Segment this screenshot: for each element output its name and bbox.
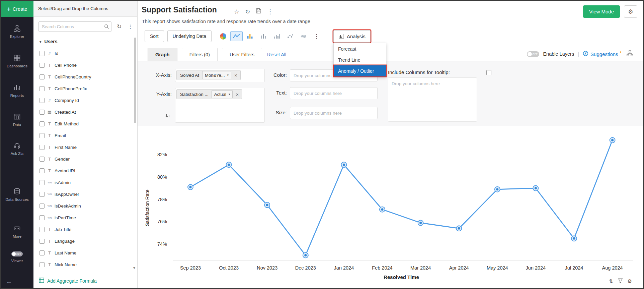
x-axis-chip[interactable]: Solved At Mon&Ye... ▾ × [176, 70, 241, 80]
column-item[interactable]: TEdit Method [33, 118, 133, 130]
sidebar-item-viewer[interactable]: OFF Viewer [1, 251, 33, 263]
column-item[interactable]: TCellPhoneCountry [33, 71, 133, 83]
table-group-users[interactable]: ▾ Users [39, 39, 57, 44]
bar-chart-icon[interactable] [244, 31, 256, 41]
add-aggregate-formula-link[interactable]: Add Aggregate Formula [47, 278, 97, 284]
menu-item-anomaly-outlier[interactable]: Anomaly / Outlier [334, 65, 386, 76]
sidebar-item-dashboards[interactable]: Dashboards [1, 54, 33, 68]
size-dropzone[interactable] [290, 107, 378, 119]
column-item[interactable]: Y/NisPartTime [33, 212, 133, 224]
sidebar-item-reports[interactable]: Reports [1, 84, 33, 98]
search-input[interactable] [39, 22, 111, 32]
report-menu-icon[interactable]: ⋮ [267, 8, 273, 15]
reset-all-link[interactable]: Reset All [267, 48, 286, 61]
column-checkbox[interactable] [39, 63, 45, 68]
enable-layers-toggle[interactable]: OFF [527, 51, 539, 57]
scroll-down-icon[interactable]: ▾ [133, 266, 135, 270]
save-icon[interactable] [256, 8, 261, 15]
column-item[interactable]: TFirst Name [33, 141, 133, 153]
column-checkbox[interactable] [39, 180, 45, 185]
column-checkbox[interactable] [39, 98, 45, 103]
menu-item-forecast[interactable]: Forecast [334, 43, 386, 54]
suggestions-button[interactable]: Suggestions ✦ [583, 51, 623, 58]
column-checkbox[interactable] [39, 239, 45, 244]
column-item[interactable]: Y/NisAppOwner [33, 188, 133, 200]
column-item[interactable]: TGender [33, 153, 133, 165]
column-item[interactable]: TAvatarURL [33, 165, 133, 177]
tooltip-dropzone[interactable]: Drop your columns here [388, 77, 477, 122]
columns-menu-icon[interactable]: ⋮ [128, 23, 133, 30]
tab-graph[interactable]: Graph [148, 48, 177, 61]
column-checkbox[interactable] [39, 250, 45, 255]
column-checkbox[interactable] [39, 157, 45, 162]
columns-scrollbar[interactable] [134, 38, 136, 123]
stacked-bar-chart-icon[interactable] [257, 31, 269, 41]
column-checkbox[interactable] [39, 168, 45, 173]
map-chart-icon[interactable] [297, 31, 310, 41]
sidebar-item-more[interactable]: More [1, 225, 33, 239]
collapse-sidebar-icon[interactable]: ← [6, 278, 12, 285]
axis-settings-icon[interactable] [164, 113, 170, 119]
remove-x-axis-icon[interactable]: × [231, 72, 240, 78]
x-axis-dropzone[interactable]: Solved At Mon&Ye... ▾ × [175, 69, 265, 82]
column-item[interactable]: TLanguage [33, 235, 133, 247]
tooltip-checkbox[interactable] [486, 70, 491, 75]
grouped-bar-chart-icon[interactable] [270, 31, 283, 41]
y-axis-aggregate-select[interactable]: Actual ▾ [212, 90, 233, 98]
column-item[interactable]: Y/NisAdmin [33, 177, 133, 188]
create-button[interactable]: + Create [1, 1, 33, 17]
y-axis-chip[interactable]: Satisfaction ... Actual ▾ × [176, 89, 242, 99]
column-item[interactable]: TJob Title [33, 224, 133, 235]
column-checkbox[interactable] [39, 121, 45, 126]
favorite-star-icon[interactable]: ☆ [234, 8, 239, 15]
column-item[interactable]: ▦Created At [33, 106, 133, 118]
line-chart-icon[interactable] [230, 31, 243, 41]
column-item[interactable]: #Company Id [33, 95, 133, 106]
sidebar-item-data-sources[interactable]: Data Sources [1, 188, 33, 202]
sort-data-icon[interactable]: ⇅ [609, 278, 613, 284]
column-item[interactable]: TCell Phone [33, 59, 133, 71]
column-checkbox[interactable] [39, 204, 45, 209]
sort-button[interactable]: Sort [145, 30, 164, 42]
column-checkbox[interactable] [39, 74, 45, 79]
refresh-columns-icon[interactable]: ↻ [117, 23, 122, 30]
more-chart-types-icon[interactable]: ⋮ [314, 33, 319, 40]
column-item[interactable]: TEmail [33, 130, 133, 141]
sidebar-item-data[interactable]: Data [1, 113, 33, 127]
underlying-data-button[interactable]: Underlying Data [167, 30, 212, 42]
column-checkbox[interactable] [39, 133, 45, 138]
viewer-toggle[interactable]: OFF [11, 251, 23, 256]
data-point-center [611, 139, 614, 141]
column-item[interactable]: #Id [33, 48, 133, 59]
refresh-report-icon[interactable]: ↻ [245, 8, 250, 15]
menu-item-trend-line[interactable]: Trend Line [334, 54, 386, 65]
column-checkbox[interactable] [39, 145, 45, 150]
pie-chart-icon[interactable] [217, 31, 229, 41]
sidebar-item-ask-zia[interactable]: Ask Zia [1, 142, 33, 156]
settings-gear-icon[interactable]: ⚙ [624, 5, 637, 18]
tab-filters-0[interactable]: Filters (0) [182, 48, 218, 61]
filter-icon[interactable] [618, 278, 623, 284]
scatter-chart-icon[interactable] [284, 31, 296, 41]
column-checkbox[interactable] [39, 110, 45, 115]
column-item[interactable]: Y/NisDeskAdmin [33, 200, 133, 212]
analysis-button[interactable]: Analysis [333, 30, 371, 43]
tab-user-filters[interactable]: User Filters [222, 48, 262, 61]
remove-y-axis-icon[interactable]: × [233, 92, 242, 97]
column-checkbox[interactable] [39, 86, 45, 91]
sidebar-item-explorer[interactable]: Explorer [1, 25, 33, 39]
text-dropzone[interactable] [290, 87, 378, 99]
column-checkbox[interactable] [39, 215, 45, 220]
column-checkbox[interactable] [39, 51, 45, 56]
view-mode-button[interactable]: View Mode [583, 5, 620, 18]
x-axis-granularity-select[interactable]: Mon&Ye... ▾ [202, 71, 231, 79]
chart-settings-gear-icon[interactable]: ⚙ [628, 278, 632, 284]
layout-hierarchy-icon[interactable] [627, 50, 633, 58]
column-checkbox[interactable] [39, 227, 45, 232]
column-item[interactable]: TLast Name [33, 247, 133, 259]
column-item[interactable]: TCellPhonePrefix [33, 83, 133, 95]
column-checkbox[interactable] [39, 262, 45, 267]
y-axis-dropzone[interactable]: Satisfaction ... Actual ▾ × [175, 88, 265, 123]
column-checkbox[interactable] [39, 192, 45, 197]
column-item[interactable]: TNick Name [33, 259, 133, 271]
